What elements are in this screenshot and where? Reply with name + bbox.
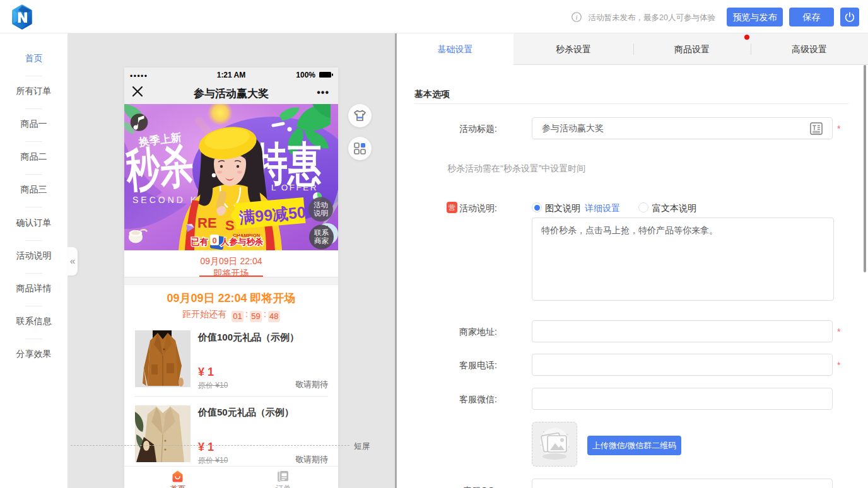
svg-text:0: 0: [213, 236, 217, 245]
svg-text:活动: 活动: [314, 201, 328, 209]
svg-text:S: S: [225, 218, 235, 233]
svg-text:RE: RE: [197, 215, 217, 231]
svg-text:商家: 商家: [314, 237, 329, 245]
svg-text:i: i: [575, 13, 577, 21]
svg-text:秒杀: 秒杀: [124, 139, 196, 197]
svg-text:联系: 联系: [314, 229, 329, 236]
svg-text:L OFFER: L OFFER: [271, 183, 318, 192]
svg-text:人参与秒杀: 人参与秒杀: [220, 237, 264, 247]
svg-text:已有: 已有: [191, 237, 209, 247]
svg-text:说明: 说明: [314, 209, 328, 217]
